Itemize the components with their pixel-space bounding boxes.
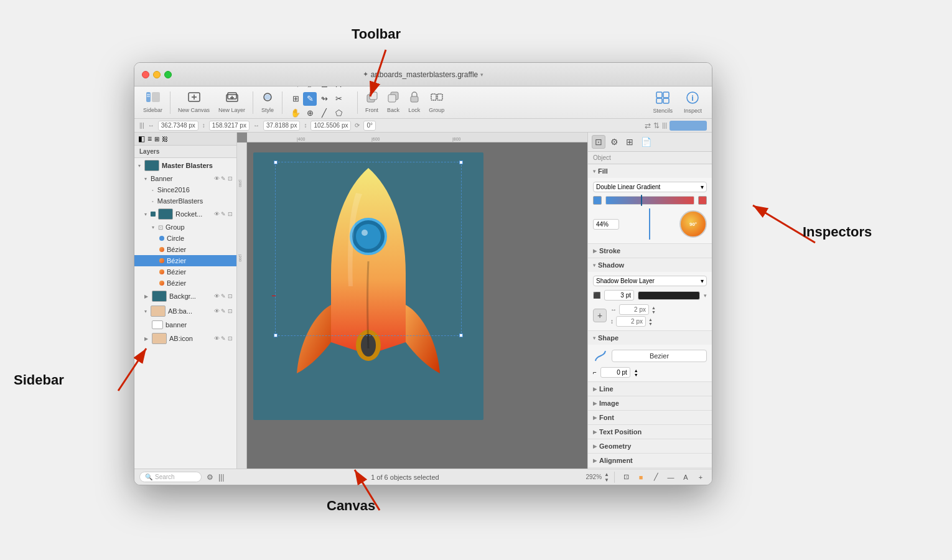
layer-banner-item[interactable]: banner [134, 319, 236, 331]
pen-tool-button[interactable]: ✎ [303, 92, 317, 106]
shadow-size-input[interactable]: 3 pt [604, 290, 634, 301]
group-button[interactable]: Group [425, 89, 448, 116]
layer-bezier-selected[interactable]: Bézier [134, 255, 236, 266]
artboard[interactable] [253, 152, 483, 420]
settings-button[interactable]: ⚙ [608, 136, 621, 148]
text-position-section-header[interactable]: ▶ Text Position [588, 425, 712, 439]
new-canvas-icon [187, 91, 201, 106]
inspect-button[interactable]: i Inspect [679, 90, 707, 116]
list-icon[interactable]: ≡ [147, 134, 152, 143]
toolbar-divider-1 [170, 91, 170, 114]
toolbar-divider-4 [357, 91, 358, 114]
gradient-stop-marker[interactable] [641, 195, 642, 206]
offset-y-input[interactable]: 2 px [616, 316, 646, 327]
layer-background[interactable]: ▶ Backgr... 👁 ✎ ⊡ [134, 289, 236, 304]
zoom-stepper[interactable]: ▲▼ [604, 472, 609, 483]
line-section: ▶ Line [588, 382, 712, 396]
image-section-header[interactable]: ▶ Image [588, 396, 712, 410]
search-box[interactable]: 🔍 Search [139, 472, 202, 482]
new-layer-button[interactable]: New Layer [215, 89, 249, 116]
layer-ab-banner[interactable]: ▾ AB:ba... 👁 ✎ ⊡ [134, 304, 236, 319]
font-section-header[interactable]: ▶ Font [588, 411, 712, 424]
layer-masterblasters[interactable]: • MasterBlasters [134, 195, 236, 207]
layer-group[interactable]: ▾ ⊡ Group [134, 222, 236, 233]
line-section-header[interactable]: ▶ Line [588, 382, 712, 396]
angle-field[interactable]: 0° [363, 121, 376, 131]
fill-btn[interactable]: ■ [635, 472, 647, 483]
corner-stepper[interactable]: ▲▼ [634, 368, 638, 377]
scissors-tool-button[interactable]: ✂ [332, 92, 345, 106]
close-button[interactable] [142, 71, 149, 78]
stroke-section-header[interactable]: ▶ Stroke [588, 244, 712, 258]
offset-x-input[interactable]: 2 px [619, 304, 649, 315]
shape-tool-button[interactable]: ⬠ [332, 106, 345, 120]
notes-button[interactable]: 📄 [638, 136, 654, 148]
canvas-area[interactable]: |400 |600 |800 |200 |200 [237, 133, 587, 469]
layer-bezier3[interactable]: Bézier [134, 278, 236, 289]
canvas-btn[interactable]: ⊡ [620, 472, 632, 483]
layer-rocket[interactable]: ▾ Rocket... 👁 ✎ ⊡ [134, 207, 236, 222]
maximize-button[interactable] [164, 71, 172, 78]
corner-input[interactable]: 0 pt [600, 367, 630, 378]
front-button[interactable]: Front [362, 89, 382, 116]
object-mode-button[interactable]: ⊡ [592, 135, 605, 149]
layer-bezier2[interactable]: Bézier [134, 266, 236, 278]
geometry-section-header[interactable]: ▶ Geometry [588, 439, 712, 453]
fill-type-select[interactable]: Double Linear Gradient ▾ [593, 182, 707, 192]
layer-banner[interactable]: ▾ Banner 👁 ✎ ⊡ [134, 173, 236, 184]
lock-button[interactable]: Lock [404, 89, 424, 116]
settings-gear-button[interactable]: ⚙ [207, 473, 213, 482]
flip-v-button[interactable]: ⇅ [653, 121, 660, 130]
fill-gradient-row [593, 196, 707, 205]
h-field[interactable]: 102.5506 px [310, 121, 351, 131]
y-field[interactable]: 158.9217 px [209, 121, 250, 131]
back-button[interactable]: Back [383, 89, 403, 116]
gradient-bar[interactable] [605, 196, 694, 205]
shadow-section-header[interactable]: ▾ Shadow [588, 258, 712, 272]
magnify-tool-button[interactable]: ⊕ [303, 106, 317, 120]
table-tool-button[interactable]: ⊞ [289, 92, 302, 106]
connect-tool-button[interactable]: ↬ [317, 92, 331, 106]
svg-text:i: i [692, 93, 694, 103]
hierarchy-icon[interactable]: ⊞ [154, 136, 159, 142]
fill-section-header[interactable]: ▾ Fill [588, 164, 712, 178]
text-btn[interactable]: A [679, 472, 692, 483]
line-tool-button[interactable]: ╱ [317, 106, 331, 120]
link-icon[interactable]: ⛓ [162, 136, 168, 142]
offset-y-stepper[interactable]: ▲▼ [648, 317, 653, 326]
shadow-type-select[interactable]: Shadow Below Layer ▾ [593, 276, 707, 286]
plus-btn[interactable]: + [694, 472, 707, 483]
x-field[interactable]: 362.7348 px [158, 121, 198, 131]
line-btn[interactable]: — [665, 472, 677, 483]
layer-master-blasters[interactable]: ▾ Master Blasters [134, 158, 236, 173]
flip-h-button[interactable]: ⇄ [645, 121, 651, 130]
stroke-btn[interactable]: ╱ [650, 472, 662, 483]
gradient-stop-1[interactable] [593, 196, 602, 205]
sidebar-toggle-button[interactable]: Sidebar [139, 89, 166, 116]
gradient-stop-2[interactable] [698, 196, 707, 205]
fill-percent-input[interactable]: 44% [593, 219, 619, 230]
canvas-props-button[interactable]: ⊞ [623, 136, 636, 148]
style-button[interactable]: Style [257, 89, 278, 116]
shape-bezier-button[interactable]: Bezier [612, 350, 707, 362]
shadow-color-bar[interactable] [638, 291, 700, 300]
alignment-section-header[interactable]: ▶ Alignment [588, 454, 712, 467]
expand-icon: ▾ [144, 176, 147, 182]
layer-since2016[interactable]: • Since2016 [134, 184, 236, 195]
offset-x-stepper[interactable]: ▲▼ [651, 306, 656, 314]
hand-tool-button[interactable]: ✋ [289, 106, 302, 120]
search-icon: 🔍 [145, 474, 152, 480]
canvas-background[interactable] [247, 142, 587, 469]
minimize-button[interactable] [153, 71, 161, 78]
layer-bezier1[interactable]: Bézier [134, 244, 236, 255]
layers-toggle-button[interactable]: ||| [218, 473, 224, 482]
layer-circle[interactable]: Circle [134, 233, 236, 244]
shape-section-header[interactable]: ▾ Shape [588, 331, 712, 345]
shadow-plus-button[interactable]: + [593, 309, 607, 322]
layer-ab-icon[interactable]: ▶ AB:icon 👁 ✎ ⊡ [134, 331, 236, 346]
layer-thumb [152, 320, 163, 329]
gradient-angle-wheel[interactable]: 90° [679, 210, 707, 238]
w-field[interactable]: 37.8188 px [263, 121, 301, 131]
new-canvas-button[interactable]: New Canvas [174, 89, 213, 116]
stencils-button[interactable]: Stencils [648, 90, 678, 116]
